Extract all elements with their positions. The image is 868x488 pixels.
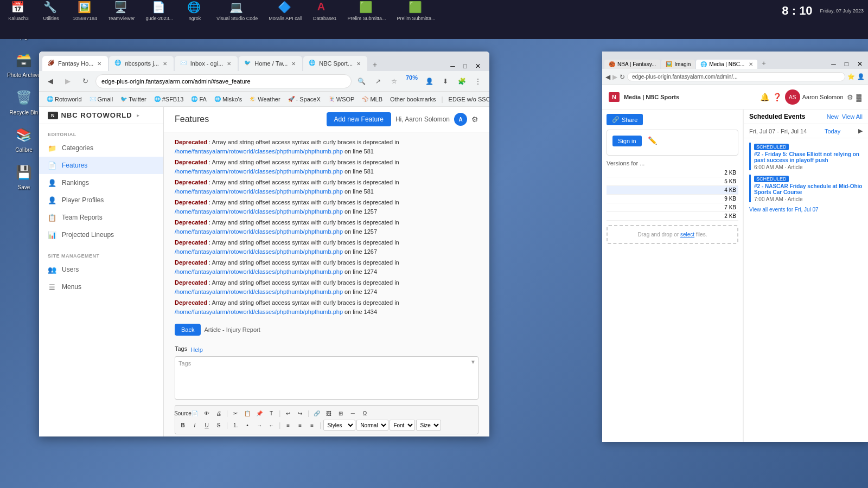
calendar-view-all-btn[interactable]: View All xyxy=(842,113,863,120)
address-bar[interactable]: edge-plus-origin.fantasyalarm.com/admin/… xyxy=(95,74,352,88)
bg-close-btn[interactable]: ✕ xyxy=(854,60,866,68)
desktop-icon-calibre[interactable]: 📚 Calibre xyxy=(4,122,43,155)
bg-toolbar-icon1[interactable]: ⭐ xyxy=(847,73,855,80)
sidebar-item-rankings[interactable]: 👤 Rankings xyxy=(39,174,163,191)
tab-twitter-close[interactable]: ✕ xyxy=(290,60,297,67)
bm-rotoworld[interactable]: 🌐 Rotoworld xyxy=(43,95,85,104)
bg-minimize-btn[interactable]: ─ xyxy=(828,60,839,68)
editor-ul-btn[interactable]: • xyxy=(242,420,253,431)
taskbar-prelim2[interactable]: 🟩 Prelim Submitta... xyxy=(393,0,438,22)
editor-size-select[interactable]: Size xyxy=(416,420,441,431)
bm-weather[interactable]: 🌤️ Weather xyxy=(246,95,283,104)
tab-gmail-close[interactable]: ✕ xyxy=(226,60,232,67)
editor-italic-btn[interactable]: I xyxy=(189,420,200,431)
tab-nbcsports[interactable]: 🌐 nbcsports j... ✕ xyxy=(109,56,173,71)
bg-tab-media[interactable]: 🌐 Media | NBC... ✕ xyxy=(696,60,757,69)
nbc-bell-icon[interactable]: 🔔 xyxy=(760,93,769,101)
taskbar-prelim1[interactable]: 🟩 Prelim Submitta... xyxy=(344,0,389,22)
editor-align-left-btn[interactable]: ≡ xyxy=(283,420,293,431)
calendar-today-btn[interactable]: Today xyxy=(825,128,840,134)
sidebar-item-menus[interactable]: ☰ Menus xyxy=(39,278,163,296)
desktop-icon-recycle-bin[interactable]: 🗑️ Recycle Bin xyxy=(4,85,43,118)
editor-preview-btn[interactable]: 👁 xyxy=(201,408,212,419)
bg-tab-imagin[interactable]: 🖼️ Imagin xyxy=(661,60,695,69)
bg-forward-btn[interactable]: ▶ xyxy=(612,73,617,81)
editor-style-select[interactable]: Styles Normal xyxy=(323,420,355,431)
sidebar-item-features[interactable]: 📄 Features xyxy=(39,157,163,174)
desktop-icon-photo-archive[interactable]: 🗃️ Photo Archive xyxy=(4,47,43,80)
browser-maximize-btn[interactable]: □ xyxy=(460,61,470,71)
taskbar-vscode[interactable]: 💻 Visual Studio Code xyxy=(213,0,261,22)
editor-image-btn[interactable]: 🖼 xyxy=(323,408,334,419)
editor-font-select[interactable]: Font xyxy=(390,420,415,431)
bg-back-btn[interactable]: ◀ xyxy=(605,73,610,81)
settings-btn[interactable]: ⚙ xyxy=(471,115,478,124)
nbc-signin-btn[interactable]: Sign in xyxy=(612,136,642,146)
editor-format-select[interactable]: Normal xyxy=(356,420,388,431)
taskbar-moralis[interactable]: 🔷 Moralis API call xyxy=(265,0,305,22)
sidebar-item-categories[interactable]: 📁 Categories xyxy=(39,139,163,157)
bm-more[interactable]: Other bookmarks xyxy=(387,95,439,104)
extension-icon-btn[interactable]: 🧩 xyxy=(455,74,469,88)
taskbar-psd[interactable]: 🖼️ 105697184 xyxy=(69,0,100,22)
tags-input-box[interactable]: Tags ▼ xyxy=(175,356,478,400)
editor-paste-btn[interactable]: 📌 xyxy=(254,408,265,419)
edit-icon-btn[interactable]: ✏️ xyxy=(648,136,657,145)
profile-icon-btn[interactable]: 👤 xyxy=(422,74,436,88)
editor-special-btn[interactable]: Ω xyxy=(359,408,370,419)
tab-fantasy[interactable]: 🏈 Fantasy Ho... ✕ xyxy=(42,56,108,71)
tab-twitter[interactable]: 🐦 Home / Tw... ✕ xyxy=(239,56,302,71)
bm-twitter[interactable]: 🐦 Twitter xyxy=(117,95,149,104)
search-icon-btn[interactable]: 🔍 xyxy=(355,74,369,88)
bm-fa[interactable]: 🌐 FA xyxy=(188,95,209,104)
tags-scroll-btn[interactable]: ▼ xyxy=(470,359,476,365)
bg-tab-nba[interactable]: 🏀 NBA | Fantasy... xyxy=(604,60,660,69)
editor-source-btn[interactable]: Source xyxy=(177,408,188,419)
tab-nbc2-close[interactable]: ✕ xyxy=(355,60,362,67)
sidebar-item-projected-lineups[interactable]: 📊 Projected Lineups xyxy=(39,226,163,243)
nbc-share-btn[interactable]: 🔗 Share xyxy=(607,114,643,125)
browser-minimize-btn[interactable]: ─ xyxy=(447,61,458,71)
taskbar-teamviewer[interactable]: 🖥️ TeamViewer xyxy=(105,0,138,22)
nbc-help-icon[interactable]: ❓ xyxy=(773,93,782,101)
calendar-new-btn[interactable]: New xyxy=(827,113,839,120)
editor-copy-btn[interactable]: 📋 xyxy=(242,408,253,419)
editor-paste-text-btn[interactable]: T xyxy=(266,408,277,419)
taskbar-ngrok[interactable]: 🌐 ngrok xyxy=(181,0,209,22)
bg-refresh-btn[interactable]: ↻ xyxy=(620,73,625,81)
download-icon-btn[interactable]: ⬇ xyxy=(438,74,452,88)
taskbar-utilities[interactable]: 🔧 Utilities xyxy=(37,0,65,22)
tab-gmail[interactable]: ✉️ Inbox - ogi... ✕ xyxy=(175,56,238,71)
tags-help-link[interactable]: Help xyxy=(190,346,203,353)
editor-cut-btn[interactable]: ✂ xyxy=(230,408,241,419)
tab-fantasy-close[interactable]: ✕ xyxy=(96,60,103,67)
editor-hr-btn[interactable]: ─ xyxy=(347,408,358,419)
taskbar-kaluach3[interactable]: 📅 Kaluach3 xyxy=(4,0,33,22)
bg-maximize-btn[interactable]: □ xyxy=(841,60,852,68)
editor-indent-btn[interactable]: → xyxy=(254,420,265,431)
nbc-settings-icon[interactable]: ⚙ xyxy=(847,93,853,101)
taskbar-gude[interactable]: 📄 gude-2023... xyxy=(142,0,176,22)
nbc-app-icon[interactable]: ▓ xyxy=(857,93,861,101)
editor-align-center-btn[interactable]: ≡ xyxy=(295,420,305,431)
bg-tab-media-close[interactable]: ✕ xyxy=(749,61,753,67)
calendar-next-icon[interactable]: ▶ xyxy=(858,127,863,134)
bm-wsop[interactable]: 🃏 WSOP xyxy=(325,95,358,104)
back-nav-btn[interactable]: ◀ xyxy=(43,74,58,88)
sidebar-item-users[interactable]: 👥 Users xyxy=(39,261,163,278)
select-link[interactable]: select xyxy=(680,232,694,237)
taskbar-database1[interactable]: A Database1 xyxy=(310,0,340,22)
editor-bold-btn[interactable]: B xyxy=(177,420,188,431)
editor-align-right-btn[interactable]: ≡ xyxy=(307,420,317,431)
bg-toolbar-icon2[interactable]: 👤 xyxy=(857,73,865,80)
upload-drop-zone[interactable]: Drag and drop or select files. xyxy=(607,225,738,244)
editor-strikethrough-btn[interactable]: S xyxy=(213,420,224,431)
editor-ol-btn[interactable]: 1. xyxy=(230,420,241,431)
refresh-btn[interactable]: ↻ xyxy=(78,74,92,88)
desktop-icon-save[interactable]: 💾 Save xyxy=(4,159,43,192)
editor-print-btn[interactable]: 🖨 xyxy=(213,408,224,419)
tab-nbc2[interactable]: 🌐 NBC Sport... ✕ xyxy=(303,56,367,71)
editor-outdent-btn[interactable]: ← xyxy=(266,420,277,431)
editor-table-btn[interactable]: ⊞ xyxy=(335,408,346,419)
add-feature-btn[interactable]: Add new Feature xyxy=(327,112,391,126)
